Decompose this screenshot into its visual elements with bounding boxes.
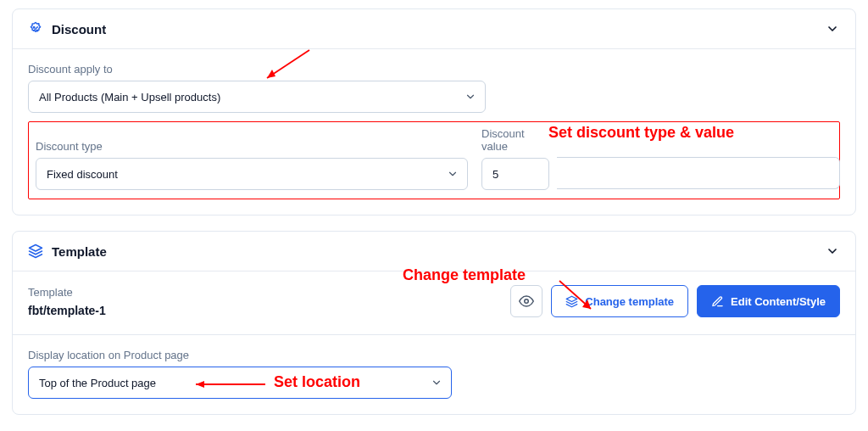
template-card: Template Change template Template fbt/te… [12,231,856,415]
apply-to-label: Discount apply to [28,63,840,76]
layers-icon [565,295,578,308]
discount-header[interactable]: Discount [13,9,855,49]
apply-to-select[interactable]: All Products (Main + Upsell products) [28,81,486,113]
chevron-down-icon [447,168,459,180]
eye-icon [519,294,534,309]
discount-value-label: Discount value [481,127,549,153]
template-label: Template [28,286,500,299]
layers-icon [28,243,43,259]
chevron-down-icon[interactable] [825,243,840,259]
discount-card: Discount Discount apply to All Products … [12,8,856,216]
edit-icon [711,295,724,308]
divider [13,334,855,335]
discount-type-select[interactable]: Fixed discount [36,158,468,190]
svg-point-1 [36,30,38,31]
discount-badge-icon [28,21,43,36]
discount-value-input[interactable]: 5 [481,158,549,190]
display-location-value: Top of the Product page [39,377,156,389]
svg-marker-5 [30,245,42,252]
svg-point-8 [525,299,529,304]
template-header[interactable]: Template [13,232,855,271]
change-template-button[interactable]: Change template [551,285,688,317]
apply-to-value: All Products (Main + Upsell products) [39,91,220,104]
location-label: Display location on Product page [28,349,840,361]
chevron-down-icon [465,91,476,103]
change-template-label: Change template [585,295,674,308]
edit-content-style-button[interactable]: Edit Content/Style [697,285,840,317]
discount-type-value: Fixed discount [47,168,118,181]
discount-value-input-extension[interactable] [557,157,840,189]
chevron-down-icon[interactable] [825,21,840,36]
discount-type-label: Discount type [36,140,468,153]
edit-content-label: Edit Content/Style [731,295,826,308]
svg-marker-9 [567,296,578,301]
template-title: Template [52,244,107,259]
display-location-select[interactable]: Top of the Product page [28,367,452,399]
svg-point-0 [33,26,35,28]
preview-button[interactable] [510,285,542,317]
discount-value: 5 [492,168,498,181]
discount-title: Discount [52,22,106,36]
chevron-down-icon [431,377,442,389]
template-name: fbt/template-1 [28,304,500,317]
